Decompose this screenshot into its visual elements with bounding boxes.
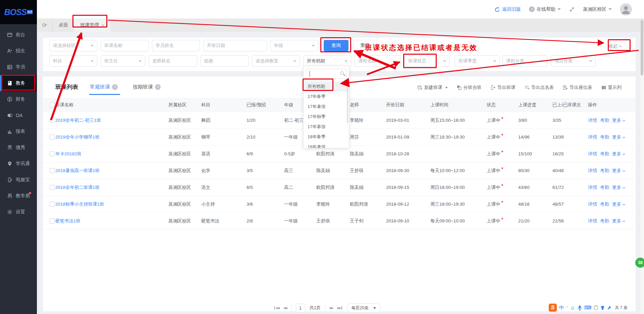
sidebar-item-dianfubao[interactable]: 电服宝: [0, 172, 37, 188]
class-name-link[interactable]: 2018暑假高一班课1班: [55, 162, 100, 179]
row-checkbox[interactable]: [50, 202, 55, 207]
sidebar-item-recruit[interactable]: 招生: [0, 43, 37, 59]
detail-link[interactable]: 详情: [588, 202, 597, 207]
sidebar-item-oa[interactable]: OA: [0, 107, 37, 123]
user-avatar[interactable]: [620, 3, 632, 15]
teacher-name-input[interactable]: 老师姓名: [149, 55, 197, 67]
sidebar-item-academic[interactable]: 教务: [0, 75, 37, 91]
row-checkbox[interactable]: [50, 118, 55, 123]
more-link[interactable]: 更多: [612, 151, 621, 156]
sidebar-item-report[interactable]: 报表: [0, 123, 37, 140]
class-name-link[interactable]: 年卡20182班: [55, 146, 82, 162]
tab-class-management[interactable]: 班课管理 ×: [74, 18, 110, 32]
tab-desktop[interactable]: 桌面: [53, 18, 74, 32]
sidebar-item-xuexuntong[interactable]: 学讯通: [0, 156, 37, 172]
dropdown-option[interactable]: 17年寒假: [304, 122, 349, 132]
current-page-box[interactable]: 1: [296, 304, 305, 312]
floating-badge[interactable]: 38: [635, 257, 644, 268]
export-class-button[interactable]: 导出班课: [491, 85, 516, 91]
course-category-select[interactable]: 课程分类: [502, 55, 547, 67]
attendance-link[interactable]: 考勤: [600, 218, 609, 223]
attendance-link[interactable]: 考勤: [600, 118, 609, 123]
detail-link[interactable]: 详情: [588, 135, 597, 140]
more-link[interactable]: 更多: [612, 118, 621, 123]
more-link[interactable]: 更多: [612, 185, 621, 190]
sogou-logo-icon[interactable]: S: [549, 304, 557, 312]
project-category-select[interactable]: 项目分类: [551, 55, 596, 67]
new-class-button[interactable]: 新建班课: [418, 85, 448, 91]
ime-tools-icon[interactable]: [607, 306, 611, 310]
class-name-input[interactable]: 班课名称: [101, 40, 149, 51]
detail-link[interactable]: 详情: [588, 185, 597, 190]
sidebar-item-frontdesk[interactable]: 前台: [0, 27, 37, 43]
close-icon[interactable]: ×: [102, 23, 104, 28]
collapse-toggle[interactable]: 收起: [608, 43, 622, 49]
more-link[interactable]: 更多: [612, 168, 621, 173]
tab-term-class[interactable]: 按期班课?: [133, 84, 161, 90]
detail-link[interactable]: 详情: [588, 218, 597, 223]
class-status-select[interactable]: 班课状态: [405, 55, 449, 67]
dropdown-search-input[interactable]: [307, 69, 346, 79]
student-name-input[interactable]: 学员姓名: [152, 40, 200, 51]
dropdown-option[interactable]: 17年暑假: [304, 102, 349, 112]
attendance-link[interactable]: 考勤: [600, 185, 609, 190]
select-all-checkbox[interactable]: [50, 102, 55, 107]
dropdown-scrollbar[interactable]: [347, 83, 348, 123]
sidebar-item-jiaoxueyi[interactable]: 易 教学易: [0, 188, 37, 204]
refresh-icon[interactable]: ⟳: [37, 22, 52, 29]
ime-emoji-icon[interactable]: ☺: [570, 305, 575, 311]
row-checkbox[interactable]: [50, 151, 55, 156]
ime-skin-icon[interactable]: [600, 306, 605, 310]
scrollbar-thumb[interactable]: [641, 20, 643, 75]
dropdown-option-all[interactable]: 所有档期: [304, 82, 349, 92]
dropdown-option[interactable]: 17年春季: [304, 92, 349, 102]
class-season-select[interactable]: 班课季度: [455, 55, 500, 67]
split-merge-button[interactable]: 分班合班: [457, 85, 482, 91]
online-help[interactable]: ? 在线帮助: [529, 6, 561, 12]
back-to-old-version[interactable]: 返回旧版: [494, 6, 521, 12]
head-teacher-select[interactable]: 班主任: [101, 55, 145, 67]
detail-link[interactable]: 详情: [588, 168, 597, 173]
class-name-link[interactable]: 2018秋季小主持班课1班: [55, 196, 104, 213]
more-link[interactable]: 更多: [612, 202, 621, 207]
course-name-input[interactable]: 课程名称: [355, 55, 401, 67]
classroom-select[interactable]: 请选择教室: [252, 55, 300, 67]
sidebar-item-student[interactable]: 学员: [0, 59, 37, 75]
sidebar-item-weixiu[interactable]: 秀 微秀: [0, 140, 37, 156]
search-button[interactable]: 查询: [324, 40, 348, 51]
export-rollcall-button[interactable]: 导出点名表: [525, 85, 554, 91]
ime-keyboard-icon[interactable]: ⌨: [584, 305, 592, 311]
fullscreen-toggle[interactable]: [569, 6, 575, 12]
class-name-link[interactable]: 2019全年初二-初三1班: [55, 112, 101, 129]
attendance-link[interactable]: 考勤: [600, 202, 609, 207]
detail-link[interactable]: 详情: [588, 151, 597, 156]
ime-mic-icon[interactable]: [578, 305, 582, 310]
start-date-input[interactable]: 开班日期: [203, 40, 267, 51]
dropdown-option[interactable]: 17年秋季: [304, 112, 349, 122]
prev-page-button[interactable]: ◀◀: [283, 306, 287, 310]
dropdown-option[interactable]: 18年暑假: [304, 142, 349, 148]
display-columns-button[interactable]: 显示列: [601, 85, 622, 91]
campus-switcher[interactable]: 蒸湘区校区: [583, 6, 612, 12]
more-link[interactable]: 更多: [612, 218, 621, 223]
detail-link[interactable]: 详情: [588, 118, 597, 123]
row-checkbox[interactable]: [50, 135, 55, 140]
row-checkbox[interactable]: [50, 185, 55, 190]
assistant-input[interactable]: 助教: [201, 55, 249, 67]
tab-regular-class[interactable]: 常规班课?: [90, 84, 118, 90]
subject-select[interactable]: 科目: [49, 55, 97, 67]
class-name-link[interactable]: 硬笔书法1班: [55, 213, 80, 229]
more-link[interactable]: 更多: [612, 135, 621, 140]
grade-select[interactable]: 年级: [270, 40, 318, 51]
class-name-link[interactable]: 2019全年小学钢琴1班: [55, 129, 100, 146]
schedule-select[interactable]: 所有档期: [303, 55, 351, 67]
ime-punct-icon[interactable]: ’: [567, 305, 568, 311]
sidebar-item-finance[interactable]: 财务: [0, 91, 37, 107]
attendance-link[interactable]: 考勤: [600, 151, 609, 156]
row-checkbox[interactable]: [50, 218, 55, 223]
next-page-button[interactable]: ▶▶: [330, 306, 333, 310]
row-checkbox[interactable]: [50, 168, 55, 173]
class-name-link[interactable]: 2018全年初二班课1班: [55, 179, 100, 196]
export-seat-button[interactable]: 导出座位表: [563, 85, 592, 91]
dropdown-option[interactable]: 18年春季: [304, 132, 349, 142]
